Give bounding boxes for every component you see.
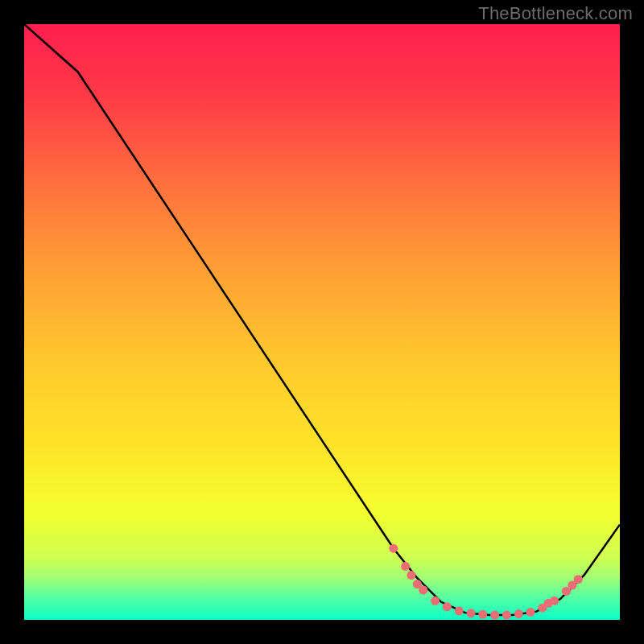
- chart-canvas: [0, 0, 644, 644]
- chart-marker: [514, 609, 523, 618]
- watermark-text: TheBottleneck.com: [478, 3, 633, 24]
- chart-marker: [574, 575, 583, 584]
- chart-marker: [455, 606, 464, 615]
- chart-marker: [526, 608, 535, 617]
- chart-marker: [401, 562, 410, 571]
- plot-background: [24, 24, 620, 620]
- chart-marker: [431, 597, 440, 605]
- chart-marker: [467, 609, 476, 617]
- chart-marker: [389, 544, 398, 553]
- chart-marker: [478, 610, 487, 619]
- chart-marker: [550, 597, 559, 605]
- chart-marker: [490, 611, 499, 620]
- chart-marker: [407, 571, 416, 580]
- chart-marker: [502, 611, 511, 620]
- chart-figure: TheBottleneck.com: [0, 0, 644, 644]
- chart-marker: [419, 586, 427, 595]
- chart-marker: [443, 602, 452, 611]
